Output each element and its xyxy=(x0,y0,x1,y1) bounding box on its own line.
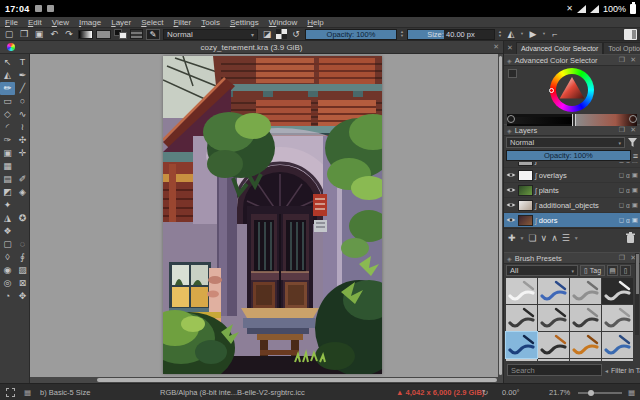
brush-preset-tile[interactable] xyxy=(538,278,569,304)
tool-assistants[interactable]: ✪ xyxy=(15,212,30,225)
zoom-presets-icon[interactable]: ▦ xyxy=(628,388,635,397)
tool-zoom[interactable]: ◔ xyxy=(0,290,15,303)
mirror-h-options[interactable]: ▼ xyxy=(520,32,524,36)
filter-in-tag-label[interactable]: Filter in Tag xyxy=(611,367,640,374)
detail-view-button[interactable]: ▯ xyxy=(620,265,631,276)
mirror-vertical-button[interactable]: ▶ xyxy=(527,29,539,40)
tool-magnetic-select[interactable]: ⊠ xyxy=(15,277,30,290)
color-history-right-button[interactable] xyxy=(629,115,637,123)
brush-grid-scrollbar[interactable] xyxy=(635,253,639,335)
tool-transform[interactable]: ▣ xyxy=(0,147,15,160)
brush-preset-tile[interactable] xyxy=(602,359,633,361)
save-button[interactable]: ▣ xyxy=(33,29,45,40)
brush-preset-chooser[interactable] xyxy=(130,29,143,39)
brush-preset-tile[interactable] xyxy=(506,332,537,358)
selector-settings-button[interactable] xyxy=(508,69,517,78)
wrap-around-button[interactable]: ⌐ xyxy=(549,29,561,40)
visibility-eye-icon[interactable] xyxy=(506,201,516,209)
tool-reference-images[interactable]: ❖ xyxy=(0,225,15,238)
tool-rectangle[interactable]: ▭ xyxy=(0,95,15,108)
mirror-v-options[interactable]: ▼ xyxy=(542,32,546,36)
visibility-eye-icon[interactable] xyxy=(506,171,516,179)
close-panel-icon[interactable]: ✕ xyxy=(629,126,637,134)
layer-row-doors[interactable]: ʃdoors◻α▣ xyxy=(504,213,640,228)
brush-preset-tile[interactable] xyxy=(570,359,601,361)
lock-icon[interactable]: ◻ xyxy=(619,186,624,194)
menu-layer[interactable]: Layer xyxy=(106,18,136,27)
menu-filter[interactable]: Filter xyxy=(168,18,196,27)
canvas-painting[interactable] xyxy=(163,56,382,374)
opacity-slider[interactable]: Opacity: 100% xyxy=(305,29,397,40)
tool-pan[interactable]: ✥ xyxy=(15,290,30,303)
menu-file[interactable]: File xyxy=(0,18,23,27)
inherit-alpha-icon[interactable]: ▣ xyxy=(632,171,638,179)
brush-search-input[interactable] xyxy=(507,364,602,376)
delete-layer-button[interactable] xyxy=(625,232,636,244)
move-layer-up-button[interactable]: ∧ xyxy=(551,233,558,243)
tool-line[interactable]: ╱ xyxy=(15,82,30,95)
tool-ellipse-select[interactable]: ◌ xyxy=(15,238,30,251)
tool-polygon[interactable]: ◇ xyxy=(0,108,15,121)
tool-measure[interactable]: ◮ xyxy=(0,212,15,225)
alpha-lock-icon[interactable]: α xyxy=(626,162,630,164)
tool-calligraphy[interactable]: ✒ xyxy=(15,69,30,82)
brush-preset-tile[interactable] xyxy=(570,305,601,331)
tool-smart-patch[interactable]: ✦ xyxy=(0,199,15,212)
float-panel-icon[interactable]: ❐ xyxy=(618,126,626,134)
dock-close-icon[interactable]: ✕ xyxy=(504,44,516,54)
layer-options-menu-icon[interactable]: ≡ xyxy=(633,151,638,161)
selection-mode-icon[interactable] xyxy=(6,388,15,397)
brush-preset-tile[interactable] xyxy=(602,305,633,331)
inherit-alpha-icon[interactable]: ▣ xyxy=(632,216,638,224)
tool-bezier-select[interactable]: ◎ xyxy=(0,277,15,290)
menu-settings[interactable]: Settings xyxy=(225,18,264,27)
inherit-alpha-icon[interactable]: ▣ xyxy=(632,162,638,164)
canvas-rotation-value[interactable]: 0.00° xyxy=(502,388,520,397)
close-panel-icon[interactable]: ✕ xyxy=(629,56,637,64)
layer-row-additional_objects[interactable]: ʃadditional_objects◻α▣ xyxy=(504,198,640,213)
tool-gradient[interactable]: ▤ xyxy=(0,173,15,186)
float-panel-icon[interactable]: ❐ xyxy=(618,254,626,262)
size-spinner[interactable]: ▲▼ xyxy=(498,30,502,38)
open-document-button[interactable]: ❒ xyxy=(18,29,30,40)
lock-icon[interactable]: ◻ xyxy=(619,216,624,224)
tab-advanced-color-selector[interactable]: Advanced Color Selector xyxy=(516,42,603,54)
gradient-chooser[interactable] xyxy=(78,30,93,39)
tool-multibrush[interactable]: ✣ xyxy=(15,134,30,147)
layer-blend-mode-dropdown[interactable]: Normal ▾ xyxy=(506,137,625,148)
tool-ellipse[interactable]: ○ xyxy=(15,95,30,108)
tag-chip[interactable]: ▯ Tag xyxy=(580,265,605,276)
alpha-lock-icon[interactable]: α xyxy=(626,187,630,194)
brush-preset-tile[interactable] xyxy=(506,359,537,361)
new-document-button[interactable]: ▢ xyxy=(3,29,15,40)
menu-image[interactable]: Image xyxy=(74,18,106,27)
alpha-lock-icon[interactable]: α xyxy=(626,172,630,179)
proofing-icon[interactable]: ▦ xyxy=(24,388,31,397)
brush-preset-tile[interactable] xyxy=(506,278,537,304)
tab-tool-options[interactable]: Tool Options xyxy=(603,42,640,54)
tool-polyline[interactable]: ∿ xyxy=(15,108,30,121)
tool-contiguous-select[interactable]: ▨ xyxy=(15,264,30,277)
fg-bg-color-swatch[interactable] xyxy=(114,29,127,39)
tool-freehand-brush[interactable]: ✏ xyxy=(0,82,15,95)
current-brush-label[interactable]: b) Basic-5 Size xyxy=(40,388,90,397)
brush-editor-button[interactable]: ✎ xyxy=(146,29,160,40)
alpha-lock-icon[interactable]: α xyxy=(626,202,630,209)
redo-button[interactable]: ↷ xyxy=(63,29,75,40)
zoom-percent-value[interactable]: 21.7% xyxy=(549,388,570,397)
float-panel-icon[interactable]: ❐ xyxy=(618,56,626,64)
visibility-eye-icon[interactable] xyxy=(506,162,516,164)
brush-preset-tile[interactable] xyxy=(602,278,633,304)
tool-dynamic-brush[interactable]: ✑ xyxy=(0,134,15,147)
brush-preset-tile[interactable] xyxy=(570,278,601,304)
visibility-eye-icon[interactable] xyxy=(506,186,516,194)
zoom-slider[interactable] xyxy=(578,392,622,394)
layer-row-plants[interactable]: ʃplants◻α▣ xyxy=(504,183,640,198)
blend-mode-dropdown[interactable]: Normal ▾ xyxy=(163,29,258,40)
sync-icon[interactable]: ↻ xyxy=(482,388,488,397)
menu-help[interactable]: Help xyxy=(302,18,328,27)
document-tab-title[interactable]: cozy_tenement.kra (3.9 GiB) xyxy=(0,43,503,52)
color-history-left-button[interactable] xyxy=(507,115,515,123)
canvas-area[interactable] xyxy=(30,54,503,383)
reload-preset-button[interactable]: ↺ xyxy=(290,29,302,40)
